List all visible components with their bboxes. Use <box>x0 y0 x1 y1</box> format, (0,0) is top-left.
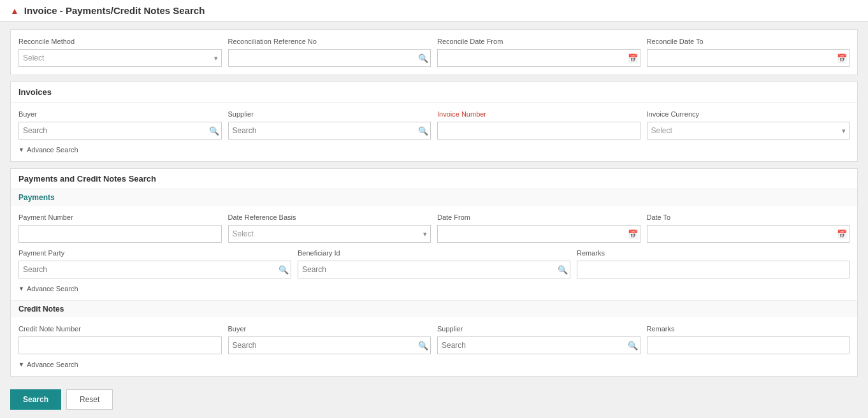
reconcile-method-select[interactable]: Select <box>18 49 222 67</box>
credit-supplier-label: Supplier <box>437 325 640 333</box>
credit-buyer-wrapper: 🔍 <box>228 336 431 354</box>
date-to-input[interactable] <box>647 225 850 243</box>
payments-credit-header: Payments and Credit Notes Search <box>11 169 857 189</box>
reconciliation-ref-group: Reconciliation Reference No 🔍 <box>228 38 431 67</box>
invoices-buyer-label: Buyer <box>18 110 222 118</box>
payments-advance-search-label: Advance Search <box>27 285 78 292</box>
date-from-calendar-icon[interactable]: 📅 <box>628 229 638 239</box>
reconcile-date-from-group: Reconcile Date From 📅 <box>437 38 640 67</box>
date-ref-basis-select[interactable]: Select <box>228 225 431 243</box>
date-from-label: Date From <box>437 213 640 221</box>
invoices-currency-select[interactable]: Select <box>647 122 850 140</box>
beneficiary-id-input[interactable] <box>298 261 570 278</box>
reconciliation-ref-search-icon[interactable]: 🔍 <box>418 54 428 63</box>
credit-note-number-wrapper <box>18 336 222 354</box>
reconcile-date-to-calendar-icon[interactable]: 📅 <box>837 54 847 63</box>
credit-notes-advance-search[interactable]: ▼ Advance Search <box>18 361 850 368</box>
date-to-group: Date To 📅 <box>647 213 850 243</box>
search-button[interactable]: Search <box>10 389 61 410</box>
invoices-form-grid: Buyer 🔍 Supplier 🔍 Invoice Num <box>18 110 850 140</box>
reconcile-date-from-input[interactable] <box>437 49 640 67</box>
top-filters-panel: Reconcile Method Select ▾ Reconciliation… <box>10 29 858 75</box>
invoices-number-wrapper <box>437 122 640 140</box>
remarks-payment-group: Remarks <box>577 249 850 278</box>
credit-note-number-input[interactable] <box>18 336 222 354</box>
invoices-supplier-input[interactable] <box>228 122 431 140</box>
reconcile-method-group: Reconcile Method Select ▾ <box>18 38 222 67</box>
invoices-advance-search[interactable]: ▼ Advance Search <box>18 146 850 154</box>
invoices-buyer-group: Buyer 🔍 <box>18 110 222 140</box>
invoices-section-header: Invoices <box>11 82 857 103</box>
credit-buyer-label: Buyer <box>228 325 431 333</box>
invoices-currency-group: Invoice Currency Select ▾ <box>647 110 850 140</box>
invoices-advance-search-label: Advance Search <box>27 146 78 154</box>
reset-button[interactable]: Reset <box>66 389 113 410</box>
credit-note-number-label: Credit Note Number <box>18 325 222 333</box>
reconcile-date-from-wrapper: 📅 <box>437 49 640 67</box>
page-title: Invoice - Payments/Credit Notes Search <box>24 5 205 16</box>
invoices-currency-select-wrapper: Select ▾ <box>647 122 850 140</box>
beneficiary-id-search-icon[interactable]: 🔍 <box>558 265 568 275</box>
back-arrow[interactable]: ▲ <box>10 6 19 16</box>
date-ref-basis-group: Date Reference Basis Select ▾ <box>228 213 431 243</box>
footer-buttons: Search Reset <box>10 383 858 416</box>
payments-row1: Payment Number Date Reference Basis Sele… <box>18 213 850 243</box>
date-to-calendar-icon[interactable]: 📅 <box>837 229 847 239</box>
reconcile-date-to-group: Reconcile Date To 📅 <box>647 38 850 67</box>
reconcile-date-to-label: Reconcile Date To <box>647 38 850 45</box>
invoices-buyer-search-icon[interactable]: 🔍 <box>209 126 219 136</box>
invoices-supplier-wrapper: 🔍 <box>228 122 431 140</box>
beneficiary-id-group: Beneficiary Id 🔍 <box>298 249 570 278</box>
invoices-advance-search-chevron-icon: ▼ <box>18 147 24 153</box>
invoices-buyer-input[interactable] <box>18 122 222 140</box>
payments-body: Payment Number Date Reference Basis Sele… <box>11 206 857 300</box>
date-from-input[interactable] <box>437 225 640 243</box>
remarks-payment-input[interactable] <box>577 261 850 278</box>
credit-notes-label: Credit Notes <box>11 300 857 317</box>
payments-subsection: Payments Payment Number Date Reference B… <box>11 189 857 300</box>
credit-notes-advance-search-label: Advance Search <box>27 361 78 368</box>
credit-buyer-input[interactable] <box>228 336 431 354</box>
invoices-number-label: Invoice Number <box>437 110 640 118</box>
payment-party-search-icon[interactable]: 🔍 <box>278 265 289 275</box>
credit-remarks-input[interactable] <box>647 336 850 354</box>
date-from-wrapper: 📅 <box>437 225 640 243</box>
date-ref-basis-wrapper: Select ▾ <box>228 225 431 243</box>
payments-row2: Payment Party 🔍 Beneficiary Id 🔍 <box>18 249 850 278</box>
date-to-label: Date To <box>647 213 850 221</box>
invoices-supplier-group: Supplier 🔍 <box>228 110 431 140</box>
invoices-currency-label: Invoice Currency <box>647 110 850 118</box>
payments-credit-section: Payments and Credit Notes Search Payment… <box>10 168 858 377</box>
credit-supplier-wrapper: 🔍 <box>437 336 640 354</box>
payments-label: Payments <box>11 189 857 206</box>
invoices-section-body: Buyer 🔍 Supplier 🔍 Invoice Num <box>11 103 857 161</box>
credit-remarks-group: Remarks <box>647 325 850 354</box>
reconcile-date-from-calendar-icon[interactable]: 📅 <box>628 54 638 63</box>
reconcile-method-label: Reconcile Method <box>18 38 222 45</box>
credit-notes-advance-search-chevron-icon: ▼ <box>18 361 24 368</box>
payment-number-input[interactable] <box>18 225 222 243</box>
reconcile-date-to-input[interactable] <box>647 49 850 67</box>
reconcile-method-select-wrapper: Select ▾ <box>18 49 222 67</box>
credit-remarks-label: Remarks <box>647 325 850 333</box>
invoices-number-input[interactable] <box>437 122 640 140</box>
payment-number-group: Payment Number <box>18 213 222 243</box>
reconcile-date-from-label: Reconcile Date From <box>437 38 640 45</box>
credit-supplier-input[interactable] <box>437 336 640 354</box>
credit-supplier-search-icon[interactable]: 🔍 <box>628 341 638 350</box>
beneficiary-id-wrapper: 🔍 <box>298 261 570 278</box>
credit-notes-subsection: Credit Notes Credit Note Number Buyer 🔍 <box>11 300 857 376</box>
invoices-buyer-wrapper: 🔍 <box>18 122 222 140</box>
credit-notes-body: Credit Note Number Buyer 🔍 Supplier <box>11 317 857 376</box>
invoices-supplier-search-icon[interactable]: 🔍 <box>418 126 428 136</box>
payment-number-wrapper <box>18 225 222 243</box>
payments-advance-search[interactable]: ▼ Advance Search <box>18 285 850 292</box>
reconciliation-ref-input[interactable] <box>228 49 431 67</box>
payment-party-group: Payment Party 🔍 <box>18 249 291 278</box>
date-from-group: Date From 📅 <box>437 213 640 243</box>
date-ref-basis-label: Date Reference Basis <box>228 213 431 221</box>
payment-party-input[interactable] <box>18 261 291 278</box>
page-header: ▲ Invoice - Payments/Credit Notes Search <box>0 0 868 22</box>
credit-buyer-search-icon[interactable]: 🔍 <box>418 341 428 350</box>
payment-party-label: Payment Party <box>18 249 291 257</box>
